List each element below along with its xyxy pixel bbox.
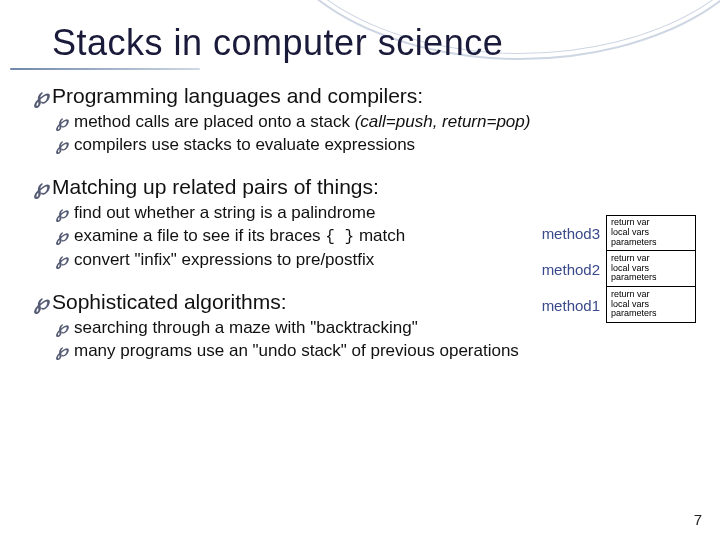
stack-row: method1 return var local vars parameters <box>530 287 696 323</box>
bullet-icon: ℘ <box>34 290 48 315</box>
bullet-icon: ℘ <box>56 225 70 247</box>
stack-cell: return var local vars parameters <box>606 215 696 251</box>
stack-cell: return var local vars parameters <box>606 287 696 323</box>
item-text: many programs use an "undo stack" of pre… <box>74 341 519 360</box>
bullet-icon: ℘ <box>56 340 70 362</box>
item-text: compilers use stacks to evaluate express… <box>74 135 415 154</box>
bullet-item: ℘many programs use an "undo stack" of pr… <box>56 340 686 362</box>
bullet-item: ℘convert "infix" expressions to pre/post… <box>56 249 504 271</box>
item-text: examine a file to see if its braces <box>74 226 325 245</box>
stack-row: method2 return var local vars parameters <box>530 251 696 287</box>
section-heading: ℘Matching up related pairs of things: <box>34 175 504 200</box>
bullet-icon: ℘ <box>56 249 70 271</box>
item-text: convert "infix" expressions to pre/postf… <box>74 250 374 269</box>
slide-title: Stacks in computer science <box>52 22 686 64</box>
heading-text: Sophisticated algorithms: <box>52 290 287 313</box>
bullet-list: ℘Programming languages and compilers: ℘m… <box>34 84 686 156</box>
stack-cell-line: parameters <box>611 309 691 319</box>
bullet-item: ℘examine a file to see if its braces { }… <box>56 225 504 248</box>
stack-method-label: method1 <box>530 287 606 323</box>
bullet-icon: ℘ <box>34 175 48 200</box>
stack-method-label: method3 <box>530 215 606 251</box>
item-text: method calls are placed onto a stack <box>74 112 355 131</box>
stack-method-label: method2 <box>530 251 606 287</box>
bullet-icon: ℘ <box>34 84 48 109</box>
bullet-icon: ℘ <box>56 134 70 156</box>
item-code: { } <box>325 228 354 246</box>
bullet-icon: ℘ <box>56 202 70 224</box>
stack-cell-line: parameters <box>611 238 691 248</box>
bullet-list: ℘Matching up related pairs of things: ℘f… <box>34 175 504 271</box>
title-underline <box>10 68 200 70</box>
section-heading: ℘Programming languages and compilers: <box>34 84 686 109</box>
slide: Stacks in computer science ℘Programming … <box>0 0 720 540</box>
stack-cell-line: parameters <box>611 273 691 283</box>
item-text-post: match <box>354 226 405 245</box>
bullet-item: ℘find out whether a string is a palindro… <box>56 202 504 224</box>
heading-text: Matching up related pairs of things: <box>52 175 379 198</box>
stack-cell: return var local vars parameters <box>606 251 696 287</box>
item-italic: (call=push, return=pop) <box>355 112 531 131</box>
page-number: 7 <box>694 511 702 528</box>
bullet-item: ℘compilers use stacks to evaluate expres… <box>56 134 686 156</box>
item-text: find out whether a string is a palindrom… <box>74 203 375 222</box>
bullet-icon: ℘ <box>56 111 70 133</box>
item-text: searching through a maze with "backtrack… <box>74 318 418 337</box>
heading-text: Programming languages and compilers: <box>52 84 423 107</box>
bullet-icon: ℘ <box>56 317 70 339</box>
bullet-item: ℘method calls are placed onto a stack (c… <box>56 111 686 133</box>
stack-diagram: method3 return var local vars parameters… <box>530 215 696 323</box>
stack-row: method3 return var local vars parameters <box>530 215 696 251</box>
